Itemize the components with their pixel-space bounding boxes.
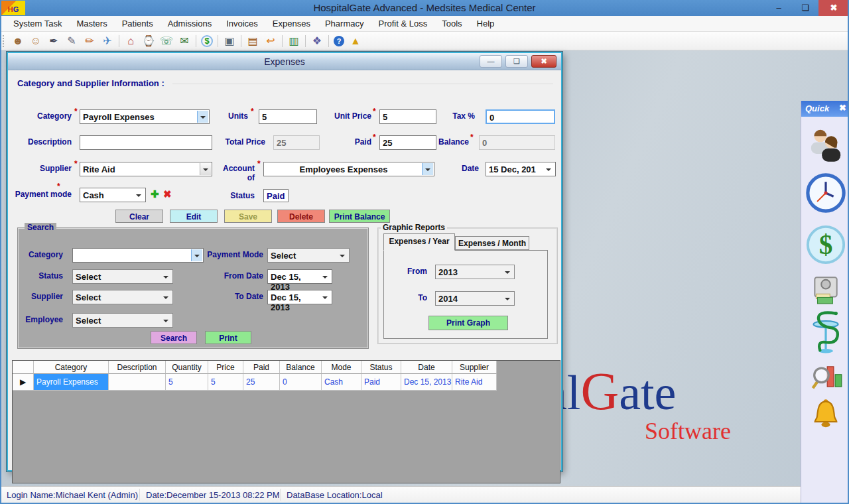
alerts-quick-icon[interactable] <box>811 398 840 432</box>
tab-expenses-year[interactable]: Expenses / Year <box>383 233 455 251</box>
search-supplier-select[interactable]: Select <box>72 290 173 304</box>
search-category-select[interactable] <box>72 248 204 263</box>
profit-quick-icon[interactable] <box>809 361 843 395</box>
pharmacy-quick-icon[interactable] <box>810 309 842 359</box>
dialog-close-button[interactable]: ✖ <box>531 55 556 68</box>
row-selector-icon[interactable]: ▶ <box>13 374 34 391</box>
menu-item-expenses[interactable]: Expenses <box>266 17 317 31</box>
table-cell-balance[interactable]: 0 <box>280 374 322 391</box>
travel-icon[interactable]: ✈ <box>101 34 114 48</box>
quick-panel-close-icon[interactable]: ✖ <box>839 103 846 113</box>
chevron-down-icon[interactable] <box>502 266 513 278</box>
chevron-down-icon[interactable] <box>320 271 331 283</box>
category-select[interactable]: Payroll Expenses <box>80 109 210 124</box>
mail-icon[interactable]: ✉ <box>178 34 191 48</box>
print-balance-button[interactable]: Print Balance <box>329 210 390 223</box>
unit-price-input[interactable]: 5 <box>379 109 436 124</box>
search-payment-mode-select[interactable]: Select <box>267 248 350 263</box>
search-status-select[interactable]: Select <box>72 269 173 284</box>
reports-icon[interactable]: ❖ <box>310 34 324 48</box>
payment-mode-select[interactable]: Cash <box>80 188 146 202</box>
tax-input[interactable]: 0 <box>486 109 555 124</box>
column-header-mode[interactable]: Mode <box>322 361 361 374</box>
report-from-select[interactable]: 2013 <box>435 265 515 279</box>
menu-item-pharmacy[interactable]: Pharmacy <box>318 17 371 31</box>
column-header-balance[interactable]: Balance <box>280 361 322 374</box>
table-cell-description[interactable] <box>109 374 166 391</box>
chevron-down-icon[interactable] <box>337 249 348 261</box>
chevron-down-icon[interactable] <box>133 189 145 201</box>
menu-item-patients[interactable]: Patients <box>115 17 160 31</box>
table-cell-status[interactable]: Paid <box>361 374 401 391</box>
menu-item-system-task[interactable]: System Task <box>7 17 68 31</box>
dialog-restore-button[interactable]: ❏ <box>505 55 528 68</box>
menu-item-masters[interactable]: Masters <box>70 17 113 31</box>
column-header-status[interactable]: Status <box>361 361 401 374</box>
search-print-button[interactable]: Print <box>205 331 251 344</box>
menu-item-tools[interactable]: Tools <box>435 17 468 31</box>
supplier-select[interactable]: Rite Aid <box>80 162 212 176</box>
paid-input[interactable]: 25 <box>379 135 436 150</box>
chevron-down-icon[interactable] <box>422 163 433 175</box>
dialog-minimize-button[interactable]: — <box>480 55 502 68</box>
column-header-description[interactable]: Description <box>109 361 166 374</box>
undo-icon[interactable]: ↩ <box>264 34 277 48</box>
titlebar[interactable]: HG HospitalGate Advanced - Medsites Medi… <box>0 0 849 16</box>
column-header-category[interactable]: Category <box>34 361 109 374</box>
restore-button[interactable]: ❏ <box>792 0 818 16</box>
table-cell-paid[interactable]: 25 <box>243 374 280 391</box>
delete-payment-mode-icon[interactable]: ✖ <box>163 188 172 200</box>
clear-button[interactable]: Clear <box>115 210 163 223</box>
save-button[interactable]: Save <box>224 210 272 223</box>
table-cell-supplier[interactable]: Rite Aid <box>452 374 497 391</box>
minimize-button[interactable]: – <box>765 0 792 16</box>
search-button[interactable]: Search <box>151 331 197 344</box>
column-header-quantity[interactable]: Quantity <box>166 361 208 374</box>
expenses-quick-icon[interactable] <box>809 275 842 308</box>
prescription-icon[interactable]: ✏ <box>83 34 96 48</box>
table-cell-category[interactable]: Payroll Expenses <box>34 374 109 391</box>
search-to-date-select[interactable]: Dec 15, 2013 <box>267 290 332 304</box>
add-payment-mode-icon[interactable]: ✚ <box>151 188 159 200</box>
employee-icon[interactable]: ☺ <box>29 34 42 48</box>
report-to-select[interactable]: 2014 <box>435 291 515 306</box>
chevron-down-icon[interactable] <box>543 163 555 175</box>
chevron-down-icon[interactable] <box>161 314 172 326</box>
fax-icon[interactable]: ☏ <box>160 34 173 48</box>
chevron-down-icon[interactable] <box>320 291 331 303</box>
chevron-down-icon[interactable] <box>200 163 211 175</box>
units-input[interactable]: 5 <box>259 109 317 124</box>
schedule-quick-icon[interactable] <box>805 172 846 216</box>
chart-icon[interactable]: ▥ <box>287 34 300 48</box>
tab-expenses-month[interactable]: Expenses / Month <box>455 236 529 250</box>
date-select[interactable]: 15 Dec, 201 <box>486 162 556 176</box>
help-icon[interactable]: ? <box>334 36 344 46</box>
signature-icon[interactable]: ✒ <box>47 34 60 48</box>
table-cell-quantity[interactable]: 5 <box>166 374 208 391</box>
description-input[interactable] <box>80 135 212 150</box>
print-graph-button[interactable]: Print Graph <box>428 316 508 330</box>
chevron-down-icon[interactable] <box>191 249 202 261</box>
patients-icon[interactable]: ☻ <box>11 34 25 48</box>
search-employee-select[interactable]: Select <box>72 313 173 328</box>
delete-button[interactable]: Delete <box>277 210 325 223</box>
chevron-down-icon[interactable] <box>502 292 513 304</box>
menu-item-profit-loss[interactable]: Profit & Loss <box>371 17 434 31</box>
menu-item-invoices[interactable]: Invoices <box>220 17 265 31</box>
inventory-icon[interactable]: ▤ <box>246 34 259 48</box>
billing-quick-icon[interactable]: $ <box>805 224 846 268</box>
column-header-price[interactable]: Price <box>208 361 243 374</box>
table-row[interactable]: ▶ Payroll Expenses 5 5 25 0 Cash Paid De… <box>13 374 560 391</box>
schedule-icon[interactable]: ⌚ <box>142 34 155 48</box>
column-header-paid[interactable]: Paid <box>243 361 280 374</box>
close-button[interactable]: ✖ <box>818 0 849 16</box>
column-header-date[interactable]: Date <box>401 361 452 374</box>
table-cell-price[interactable]: 5 <box>208 374 243 391</box>
table-cell-mode[interactable]: Cash <box>322 374 361 391</box>
table-cell-date[interactable]: Dec 15, 2013 <box>401 374 452 391</box>
exam-icon[interactable]: ✎ <box>65 34 78 48</box>
column-header-supplier[interactable]: Supplier <box>452 361 497 374</box>
menu-item-help[interactable]: Help <box>470 17 501 31</box>
billing-icon[interactable]: $ <box>201 35 213 47</box>
chevron-down-icon[interactable] <box>161 291 172 303</box>
